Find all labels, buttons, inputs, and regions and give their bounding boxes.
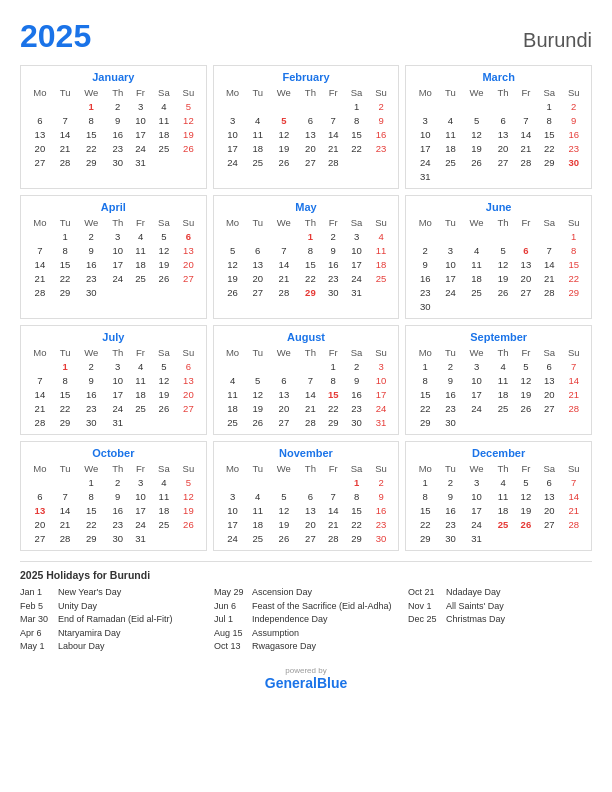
cal-day: 30 [369,531,394,545]
cal-day: 4 [462,243,492,257]
cal-day: 14 [299,387,322,401]
cal-day [561,415,586,429]
cal-day: 7 [269,243,299,257]
holiday-item: Jun 6Feast of the Sacrifice (Eid al-Adha… [214,600,398,614]
cal-day: 26 [246,415,269,429]
cal-day: 19 [152,387,176,401]
cal-day: 19 [515,387,537,401]
cal-day: 23 [439,401,462,415]
cal-day: 11 [491,489,514,503]
cal-day: 22 [344,141,368,155]
month-block-june: JuneMoTuWeThFrSaSu1234567891011121314151… [405,195,592,319]
day-header: Sa [344,216,368,229]
cal-day [439,229,462,243]
cal-day: 21 [561,503,586,517]
month-block-february: FebruaryMoTuWeThFrSaSu123456789101112131… [213,65,400,189]
cal-day: 10 [129,489,151,503]
holiday-name: Assumption [252,627,299,641]
cal-day: 19 [269,141,299,155]
cal-day [462,99,492,113]
day-header: Sa [344,462,368,475]
cal-day [246,229,269,243]
cal-day: 16 [76,387,106,401]
cal-day: 27 [246,285,269,299]
cal-day: 19 [246,401,269,415]
day-header: We [269,346,299,359]
holiday-item: Apr 6Ntaryamira Day [20,627,204,641]
holiday-item: Aug 15Assumption [214,627,398,641]
day-header: Sa [152,216,176,229]
holiday-item: Feb 5Unity Day [20,600,204,614]
cal-day: 1 [411,359,439,373]
day-header: Fr [322,462,344,475]
cal-day: 24 [106,271,129,285]
day-header: Fr [322,346,344,359]
cal-day: 24 [462,517,492,531]
day-header: Th [491,86,514,99]
cal-day: 8 [537,113,561,127]
cal-day: 14 [515,127,537,141]
cal-day: 28 [26,415,54,429]
cal-day: 31 [129,155,151,169]
cal-day: 16 [344,387,368,401]
cal-day: 11 [462,257,492,271]
cal-day: 1 [54,229,77,243]
cal-day: 27 [269,415,299,429]
cal-day: 3 [439,243,462,257]
day-header: Fr [515,462,537,475]
cal-day [246,359,269,373]
cal-day: 6 [269,373,299,387]
month-name: September [411,331,586,343]
cal-table: MoTuWeThFrSaSu12345678910111213141516171… [219,462,394,545]
month-name: December [411,447,586,459]
cal-day [344,155,368,169]
cal-day [246,99,269,113]
day-header: Sa [537,86,561,99]
cal-day: 30 [76,415,106,429]
cal-day: 11 [152,113,176,127]
cal-day: 25 [369,271,394,285]
cal-day: 24 [439,285,462,299]
cal-day: 1 [344,475,368,489]
cal-day: 5 [269,489,299,503]
day-header: Fr [322,86,344,99]
cal-day [491,299,514,313]
cal-day: 24 [369,401,394,415]
day-header: Su [561,216,586,229]
cal-day: 5 [246,373,269,387]
cal-day: 12 [491,257,514,271]
cal-day: 15 [54,257,77,271]
cal-day: 29 [561,285,586,299]
cal-day: 1 [344,99,368,113]
day-header: We [462,216,492,229]
cal-day: 22 [344,517,368,531]
cal-day: 30 [439,531,462,545]
cal-day: 13 [299,127,322,141]
cal-day: 1 [537,99,561,113]
cal-day: 10 [462,489,492,503]
cal-day: 26 [515,401,537,415]
day-header: Fr [129,346,151,359]
day-header: Tu [246,346,269,359]
cal-day: 24 [462,401,492,415]
cal-day: 29 [299,285,322,299]
cal-day: 9 [344,373,368,387]
cal-day: 5 [269,113,299,127]
cal-day: 31 [411,169,439,183]
cal-day: 3 [129,475,151,489]
cal-day: 6 [299,113,322,127]
cal-day [515,99,537,113]
cal-day: 25 [462,285,492,299]
cal-day: 20 [269,401,299,415]
day-header: Mo [26,216,54,229]
cal-day: 28 [561,517,586,531]
cal-day: 30 [322,285,344,299]
month-name: May [219,201,394,213]
cal-day: 17 [411,141,439,155]
cal-day: 9 [106,489,129,503]
day-header: Su [176,346,201,359]
cal-day: 5 [219,243,247,257]
cal-day: 6 [515,243,537,257]
cal-day: 8 [344,113,368,127]
cal-day: 2 [76,229,106,243]
